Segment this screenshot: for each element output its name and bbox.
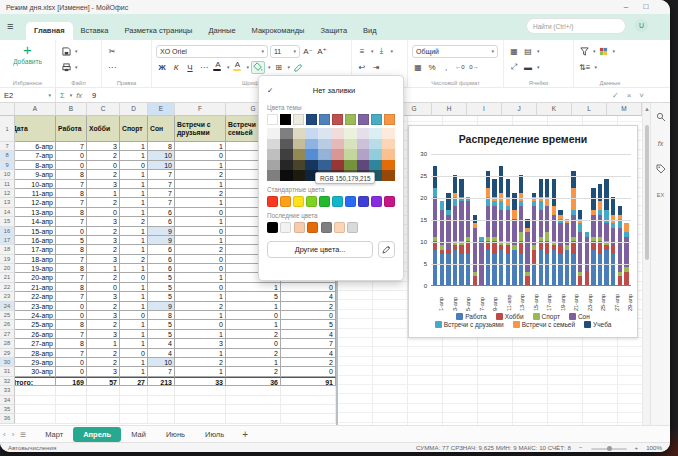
prev-sheet-icon[interactable]: ‹ [3, 430, 6, 439]
cell[interactable]: 2 [87, 245, 120, 254]
cell[interactable]: 6-апр [15, 142, 56, 151]
cell[interactable] [148, 396, 175, 405]
tint-swatch[interactable] [369, 139, 382, 150]
column-header[interactable]: F [175, 103, 226, 116]
cell[interactable]: 6 [148, 217, 175, 226]
tint-swatch[interactable] [369, 149, 382, 160]
cell[interactable]: 3 [87, 367, 120, 376]
theme-color-swatch[interactable] [384, 114, 395, 125]
cell[interactable]: 2 [175, 245, 226, 254]
minimize-button[interactable]: – [620, 2, 632, 11]
autosum-icon[interactable]: Σ [60, 91, 65, 100]
cell[interactable]: 1 [120, 330, 148, 339]
next-sheet-icon[interactable]: › [12, 430, 15, 439]
header-cell[interactable]: Спорт [120, 116, 148, 142]
standard-color-swatch[interactable] [384, 196, 395, 207]
user-avatar[interactable]: U [635, 19, 648, 32]
tint-swatch[interactable] [344, 160, 357, 171]
vertical-scrollbar[interactable]: ▲ [642, 103, 650, 425]
tint-swatch[interactable] [344, 139, 357, 150]
row-number[interactable]: 8 [0, 151, 15, 160]
column-header[interactable]: J [502, 103, 537, 116]
standard-color-swatch[interactable] [358, 196, 369, 207]
standard-color-swatch[interactable] [306, 196, 317, 207]
save-caret-icon[interactable]: ▾ [75, 48, 78, 54]
tint-swatch[interactable] [267, 139, 280, 150]
row-number[interactable]: 32 [0, 377, 15, 386]
cell[interactable]: 0 [175, 264, 226, 273]
sheet-tab[interactable]: Июнь [156, 427, 195, 442]
more-edit-icon[interactable]: ⋯ [106, 61, 118, 74]
cell[interactable]: 8 [56, 264, 87, 273]
cell[interactable]: 21-апр [15, 283, 56, 292]
column-header[interactable]: L [572, 103, 607, 116]
cell[interactable]: 7 [148, 198, 175, 207]
row-number[interactable]: 11 [0, 180, 15, 189]
recent-color-swatch[interactable] [294, 222, 305, 233]
resize-cells-icon[interactable]: ⤢ [508, 61, 520, 74]
cell[interactable]: 0 [56, 367, 87, 376]
expand-formula-icon[interactable]: ˅ [639, 91, 644, 100]
cell[interactable]: 6 [148, 264, 175, 273]
cell[interactable]: 1 [120, 358, 148, 367]
cell[interactable]: 2 [87, 170, 120, 179]
cell[interactable]: 18-апр [15, 255, 56, 264]
cell[interactable]: 0 [281, 283, 336, 292]
cell[interactable] [226, 386, 281, 395]
tint-swatch[interactable] [318, 160, 331, 171]
total-cell[interactable]: 57 [87, 377, 120, 386]
tint-swatch[interactable] [293, 139, 306, 150]
row-number[interactable]: 13 [0, 198, 15, 207]
tint-swatch[interactable] [382, 170, 395, 181]
cell[interactable] [281, 405, 336, 414]
number-format-select[interactable]: Общий▾ [412, 45, 498, 58]
menu-tab[interactable]: Разметка страницы [116, 22, 200, 40]
indent-icon[interactable]: ⇥ [370, 61, 382, 74]
cell[interactable]: 0 [175, 151, 226, 160]
cell[interactable]: 4 [281, 349, 336, 358]
row-number[interactable]: 17 [0, 236, 15, 245]
cell[interactable]: 2 [87, 302, 120, 311]
cell[interactable]: 1 [120, 302, 148, 311]
cell[interactable] [175, 414, 226, 423]
cell[interactable]: 2 [87, 358, 120, 367]
cell[interactable] [120, 396, 148, 405]
cell[interactable]: 7 [56, 255, 87, 264]
cell[interactable]: 1 [120, 142, 148, 151]
cell[interactable]: 7 [56, 273, 87, 282]
cell[interactable]: 0 [56, 227, 87, 236]
cell[interactable]: 6 [148, 255, 175, 264]
cell[interactable]: 1 [120, 367, 148, 376]
cell[interactable]: 15-апр [15, 227, 56, 236]
cell[interactable]: 4 [148, 349, 175, 358]
row-number[interactable]: 18 [0, 245, 15, 254]
row-number[interactable]: 29 [0, 349, 15, 358]
row-number[interactable]: 14 [0, 208, 15, 217]
standard-color-swatch[interactable] [280, 196, 291, 207]
cell[interactable] [281, 386, 336, 395]
cell[interactable]: 2 [87, 227, 120, 236]
cell[interactable]: 11-апр [15, 189, 56, 198]
theme-color-swatch[interactable] [319, 114, 330, 125]
cell[interactable]: 10 [148, 358, 175, 367]
row-number[interactable]: 34 [0, 396, 15, 405]
cell[interactable]: 1 [175, 292, 226, 301]
cell[interactable]: 7 [281, 339, 336, 348]
column-header[interactable]: D [120, 103, 148, 116]
column-header[interactable]: H [432, 103, 467, 116]
theme-color-swatch[interactable] [280, 114, 291, 125]
merge-cells-icon[interactable]: ▦ [508, 45, 520, 58]
tint-swatch[interactable] [267, 149, 280, 160]
cell[interactable] [281, 396, 336, 405]
tint-swatch[interactable] [305, 160, 318, 171]
cell[interactable]: 0 [175, 283, 226, 292]
tint-swatch[interactable] [382, 160, 395, 171]
zoom-slider[interactable] [591, 448, 627, 450]
cell[interactable] [56, 386, 87, 395]
cell[interactable]: 0 [87, 161, 120, 170]
menu-tab[interactable]: Данные [200, 22, 243, 40]
cell[interactable]: 3 [175, 339, 226, 348]
cell[interactable]: 7 [56, 217, 87, 226]
cell[interactable]: 3 [87, 292, 120, 301]
cell[interactable]: 0 [56, 302, 87, 311]
